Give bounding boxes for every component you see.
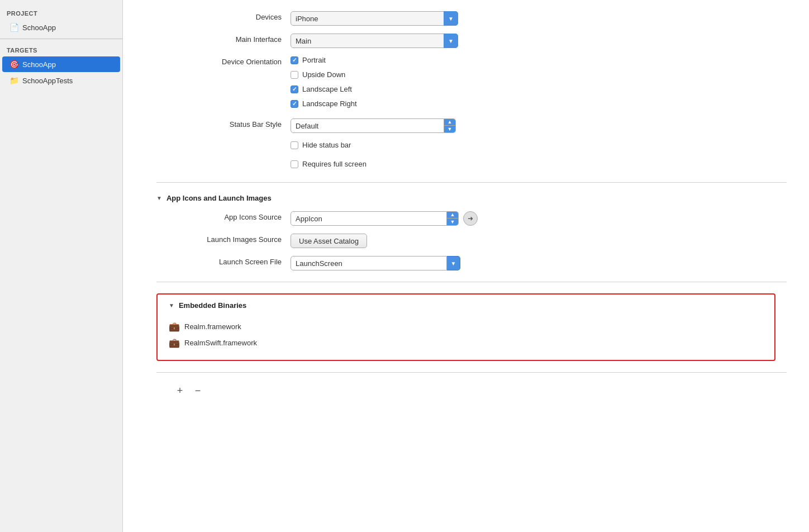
target-icon: 🎯 [9,59,19,69]
project-item-label: SchooApp [22,23,56,32]
main-content: Devices iPhone iPad Universal ▼ Main Int… [123,0,809,532]
embedded-binaries-section-title: ▼ Embedded Binaries [169,301,763,310]
framework-icon-1: 💼 [169,321,180,332]
chevron-down-icon-3: ▼ [451,260,456,267]
app-icons-navigate-button[interactable]: ➜ [463,211,478,226]
list-item: 💼 RealmSwift.framework [169,335,763,351]
landscape-right-label: Landscape Right [302,99,357,108]
device-orientation-row: Device Orientation Portrait Upside Down … [156,56,787,111]
upside-down-label: Upside Down [302,70,345,79]
sidebar-divider [0,39,122,39]
status-bar-style-control: ▲ ▼ [291,118,456,133]
hide-status-bar-row: Hide status bar [156,141,787,152]
landscape-left-checkbox[interactable] [291,86,298,93]
framework-icon-2: 💼 [169,338,180,348]
use-asset-catalog-button[interactable]: Use Asset Catalog [291,234,367,248]
upside-down-checkbox[interactable] [291,71,298,79]
app-icons-section-title: ▼ App Icons and Launch Images [156,194,787,202]
project-section-header: PROJECT [0,6,122,19]
target-label: SchooApp [22,60,56,69]
requires-full-screen-checkbox-row: Requires full screen [291,160,367,168]
sidebar: PROJECT 📄 SchooApp TARGETS 🎯 SchooApp 📁 … [0,0,123,532]
framework-label-2: RealmSwift.framework [184,339,257,347]
app-icons-source-control: ▲ ▼ ➜ [291,211,478,226]
app-icons-stepper-up[interactable]: ▲ [447,212,458,218]
portrait-checkbox[interactable] [291,56,298,64]
devices-select[interactable]: iPhone iPad Universal [291,11,458,26]
device-orientation-label: Device Orientation [156,56,291,66]
status-bar-stepper: ▲ ▼ [444,118,456,133]
devices-select-wrapper: iPhone iPad Universal ▼ [291,11,458,26]
launch-screen-select-wrapper: ▼ [291,256,460,270]
status-bar-style-input[interactable] [291,118,444,133]
devices-row: Devices iPhone iPad Universal ▼ [156,11,787,26]
triangle-icon-2: ▼ [169,302,174,308]
portrait-checkbox-row: Portrait [291,56,357,64]
framework-label-1: Realm.framework [184,322,241,331]
hide-status-bar-checkbox[interactable] [291,141,298,149]
upside-down-checkbox-row: Upside Down [291,70,357,79]
section-separator-3 [156,372,787,373]
list-item: 💼 Realm.framework [169,319,763,335]
app-icons-stepper: ▲ ▼ [447,211,459,226]
project-file-icon: 📄 [9,22,19,32]
status-bar-stepper-down[interactable]: ▼ [444,126,455,132]
hide-status-bar-spacer [156,141,291,142]
launch-screen-file-row: Launch Screen File ▼ [156,256,787,270]
status-bar-style-label: Status Bar Style [156,118,291,129]
app-icons-source-input[interactable] [291,211,447,226]
triangle-icon-1: ▼ [156,195,162,201]
app-icons-section-label: App Icons and Launch Images [166,194,272,202]
sidebar-item-schooapp-target[interactable]: 🎯 SchooApp [2,56,120,72]
landscape-left-label: Landscape Left [302,85,352,93]
add-remove-row: + − [156,384,787,397]
main-interface-select-wrapper: Main ▼ [291,34,458,48]
app-icons-source-row: App Icons Source ▲ ▼ ➜ [156,211,787,226]
remove-button[interactable]: − [191,384,204,397]
status-bar-stepper-up[interactable]: ▲ [444,119,455,126]
landscape-right-checkbox[interactable] [291,100,298,108]
main-interface-row: Main Interface Main ▼ [156,34,787,48]
sidebar-item-project[interactable]: 📄 SchooApp [2,20,120,35]
requires-full-screen-label: Requires full screen [302,160,367,168]
embedded-binaries-container: ▼ Embedded Binaries 💼 Realm.framework 💼 … [156,293,775,361]
landscape-left-checkbox-row: Landscape Left [291,85,357,93]
main-interface-select[interactable]: Main [291,34,458,48]
launch-screen-arrow: ▼ [447,256,460,270]
launch-screen-file-label: Launch Screen File [156,256,291,266]
status-bar-style-row: Status Bar Style ▲ ▼ [156,118,787,133]
app-icons-source-label: App Icons Source [156,211,291,221]
landscape-right-checkbox-row: Landscape Right [291,99,357,108]
devices-label: Devices [156,11,291,21]
portrait-label: Portrait [302,56,326,64]
hide-status-bar-checkbox-row: Hide status bar [291,141,351,149]
launch-screen-file-input[interactable] [291,256,447,270]
requires-full-screen-row: Requires full screen [156,160,787,171]
section-separator-2 [156,282,787,282]
orientation-checkboxes: Portrait Upside Down Landscape Left Land… [291,56,357,111]
requires-full-screen-checkbox[interactable] [291,160,298,168]
tests-label: SchooAppTests [22,77,73,85]
section-separator-1 [156,182,787,183]
launch-images-source-row: Launch Images Source Use Asset Catalog [156,234,787,248]
tests-icon: 📁 [9,75,19,86]
requires-full-screen-spacer [156,160,291,162]
embedded-binaries-label: Embedded Binaries [179,301,246,310]
targets-section-header: TARGETS [0,42,122,56]
sidebar-item-schooapp-tests[interactable]: 📁 SchooAppTests [2,73,120,88]
launch-images-source-label: Launch Images Source [156,234,291,244]
app-icons-stepper-down[interactable]: ▼ [447,218,458,225]
add-button[interactable]: + [173,384,187,397]
main-interface-label: Main Interface [156,34,291,44]
appicon-select-wrapper: ▲ ▼ [291,211,459,226]
hide-status-bar-label: Hide status bar [302,141,351,149]
